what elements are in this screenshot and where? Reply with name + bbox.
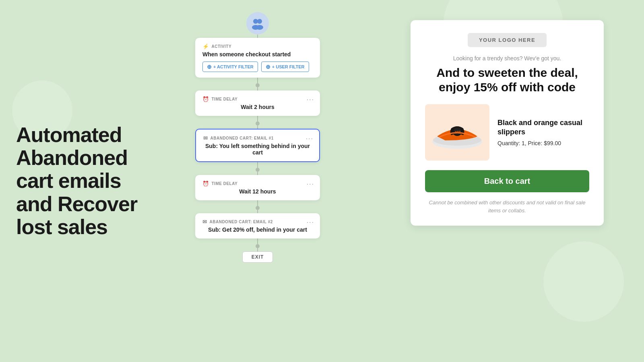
email-2-label: ✉ ABANDONED CART: EMAIL #2 bbox=[202, 219, 313, 225]
time-delay-1-card: ... ⏰ TIME DELAY Wait 2 hours bbox=[195, 90, 320, 116]
time-delay-2-label: ⏰ TIME DELAY bbox=[202, 181, 313, 187]
connector-3b bbox=[257, 172, 258, 175]
workflow-avatar-icon bbox=[246, 12, 269, 35]
connector-1 bbox=[257, 78, 258, 83]
email-1-card: ... ✉ ABANDONED CART: EMAIL #1 Sub: You … bbox=[195, 129, 320, 162]
quantity-value: 1 bbox=[522, 140, 525, 146]
connector-2 bbox=[257, 116, 258, 121]
activity-filter-plus-icon: ⊕ bbox=[207, 64, 212, 70]
email-2-value: Sub: Get 20% off, behind in your cart bbox=[202, 226, 313, 233]
workflow-section: ⚡ ACTIVITY When someone checkout started… bbox=[185, 12, 330, 263]
time-delay-2-menu[interactable]: ... bbox=[307, 179, 314, 186]
product-info: Black and orange casual slippers Quantit… bbox=[497, 118, 589, 147]
connector-5b bbox=[257, 248, 258, 251]
dot-4 bbox=[256, 206, 260, 210]
back-to-cart-button[interactable]: Back to cart bbox=[425, 170, 589, 192]
dot-1 bbox=[256, 83, 260, 87]
email-subtitle: Looking for a trendy sheos? Wev'e got yo… bbox=[425, 55, 589, 62]
connector-3 bbox=[257, 162, 258, 168]
product-section: addi Black and orange casual slippers Qu… bbox=[425, 104, 589, 160]
time-delay-2-value: Wait 12 hours bbox=[202, 188, 313, 195]
dot-2 bbox=[256, 121, 260, 125]
activity-filter-button[interactable]: ⊕ + ACTIVITY FILTER bbox=[202, 62, 258, 72]
time-delay-2-icon: ⏰ bbox=[202, 181, 209, 187]
filter-buttons: ⊕ + ACTIVITY FILTER ⊕ + USER FILTER bbox=[202, 62, 313, 72]
email-1-menu[interactable]: ... bbox=[306, 134, 314, 141]
email-1-label: ✉ ABANDONED CART: EMAIL #1 bbox=[203, 135, 312, 141]
connector-5 bbox=[257, 239, 258, 244]
email-2-card: ... ✉ ABANDONED CART: EMAIL #2 Sub: Get … bbox=[195, 213, 320, 239]
svg-point-1 bbox=[257, 19, 262, 24]
hero-title: Automated Abandoned cart emails and Reco… bbox=[16, 123, 169, 239]
time-delay-1-label: ⏰ TIME DELAY bbox=[202, 96, 313, 102]
email-1-value: Sub: You left something behind in your c… bbox=[203, 143, 312, 156]
dot-5 bbox=[256, 244, 260, 248]
hero-section: Automated Abandoned cart emails and Reco… bbox=[16, 123, 169, 239]
price-label: Price: bbox=[528, 140, 543, 146]
quantity-label: Quantity: bbox=[497, 140, 520, 146]
slipper-svg: addi bbox=[429, 110, 485, 154]
logo-placeholder: YOUR LOGO HERE bbox=[468, 33, 547, 47]
email-1-icon: ✉ bbox=[203, 135, 208, 141]
activity-value: When someone checkout started bbox=[202, 51, 313, 58]
svg-point-3 bbox=[256, 25, 263, 30]
exit-node: EXIT bbox=[242, 251, 273, 263]
email-2-icon: ✉ bbox=[202, 219, 207, 225]
connector-4 bbox=[257, 200, 258, 206]
connector-4b bbox=[257, 210, 258, 213]
email-headline: And to sweeten the deal, enjoy 15% off w… bbox=[425, 66, 589, 95]
time-delay-1-icon: ⏰ bbox=[202, 96, 209, 102]
connector-1b bbox=[257, 87, 258, 90]
email-preview-panel: YOUR LOGO HERE Looking for a trendy sheo… bbox=[411, 20, 604, 226]
user-filter-plus-icon: ⊕ bbox=[266, 64, 270, 70]
activity-card: ⚡ ACTIVITY When someone checkout started… bbox=[195, 38, 320, 78]
user-filter-button[interactable]: ⊕ + USER FILTER bbox=[261, 62, 309, 72]
email-disclaimer: Cannot be combined with other discounts … bbox=[425, 199, 589, 214]
email-2-menu[interactable]: ... bbox=[307, 217, 314, 224]
dot-3 bbox=[256, 168, 260, 172]
price-value: $99.00 bbox=[544, 140, 561, 146]
activity-icon: ⚡ bbox=[202, 43, 209, 49]
time-delay-1-value: Wait 2 hours bbox=[202, 104, 313, 110]
connector-2b bbox=[257, 125, 258, 129]
product-meta: Quantity: 1, Price: $99.00 bbox=[497, 140, 589, 146]
bg-decoration-2 bbox=[543, 241, 624, 322]
time-delay-1-menu[interactable]: ... bbox=[307, 95, 314, 102]
product-name: Black and orange casual slippers bbox=[497, 118, 589, 137]
connector-0 bbox=[257, 35, 258, 38]
product-image: addi bbox=[425, 104, 489, 160]
activity-label: ⚡ ACTIVITY bbox=[202, 43, 313, 49]
time-delay-2-card: ... ⏰ TIME DELAY Wait 12 hours bbox=[195, 175, 320, 200]
